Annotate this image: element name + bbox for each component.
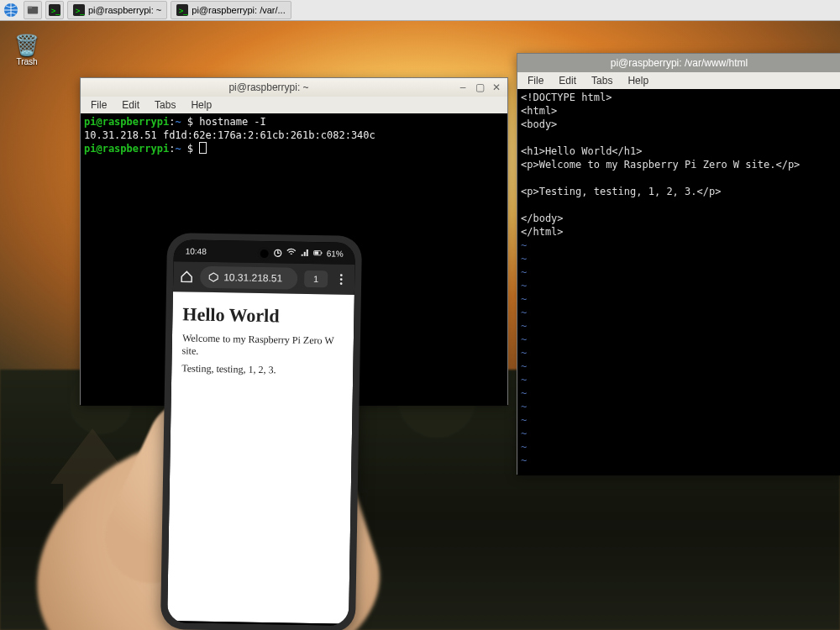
overflow-menu-icon[interactable]	[334, 272, 348, 286]
svg-text:>_: >_	[179, 6, 188, 15]
editor-line: <p>Welcome to my Raspberry Pi Zero W sit…	[521, 159, 800, 171]
home-icon[interactable]	[180, 270, 193, 283]
editor-menubar: File Edit Tabs Help	[517, 72, 840, 89]
address-bar[interactable]: 10.31.218.51	[200, 266, 297, 290]
desktop-trash-label: Trash	[7, 57, 47, 66]
address-bar-url: 10.31.218.51	[223, 271, 282, 284]
desktop-trash-icon[interactable]: 🗑️ Trash	[7, 34, 47, 66]
editor-line: <h1>Hello World</h1>	[521, 145, 643, 157]
page-paragraph-2: Testing, testing, 1, 2, 3.	[181, 362, 343, 377]
file-manager-launcher[interactable]	[24, 1, 42, 19]
svg-point-15	[340, 282, 343, 285]
taskbar: >_ >_ pi@raspberrypi: ~ >_ pi@raspberryp…	[0, 0, 840, 21]
taskbar-window-2-label: pi@raspberrypi: /var/...	[192, 5, 285, 15]
minimize-button[interactable]: –	[457, 81, 469, 93]
maximize-button[interactable]: ▢	[474, 81, 486, 93]
editor-line: <!DOCTYPE html>	[521, 92, 612, 103]
browser-page[interactable]: Hello World Welcome to my Raspberry Pi Z…	[167, 291, 354, 624]
alarm-icon	[273, 247, 283, 257]
terminal-output: 10.31.218.51 fd1d:62e:176a:2:61cb:261b:c…	[84, 129, 375, 141]
editor-title: pi@raspberrypi: /var/www/html	[611, 57, 748, 69]
signal-icon	[300, 248, 310, 258]
wifi-icon	[286, 247, 297, 257]
tab-count-button[interactable]: 1	[304, 270, 328, 287]
phone-clock: 10:48	[186, 246, 207, 255]
taskbar-window-2[interactable]: >_ pi@raspberrypi: /var/...	[171, 1, 291, 19]
svg-rect-12	[314, 251, 318, 255]
menu-tabs[interactable]: Tabs	[148, 98, 182, 112]
menu-edit[interactable]: Edit	[115, 98, 146, 112]
menu-file[interactable]: File	[521, 74, 550, 87]
menu-help[interactable]: Help	[184, 98, 218, 112]
menu-tabs[interactable]: Tabs	[585, 74, 619, 87]
battery-icon	[313, 248, 323, 258]
page-heading: Hello World	[182, 303, 344, 328]
menu-help[interactable]: Help	[621, 74, 655, 87]
editor-body[interactable]: <!DOCTYPE html> <html> <body> <h1>Hello …	[517, 89, 840, 475]
terminal-cursor	[199, 142, 207, 154]
site-info-icon[interactable]	[208, 272, 218, 282]
svg-rect-2	[28, 7, 32, 9]
editor-titlebar[interactable]: pi@raspberrypi: /var/www/html	[517, 54, 840, 72]
terminal-command: hostname -I	[199, 116, 265, 128]
phone-device: 10:48 61% 10.31.218.51 1 He	[160, 233, 362, 630]
svg-rect-11	[321, 252, 322, 254]
menu-file[interactable]: File	[84, 98, 113, 112]
svg-text:>_: >_	[51, 6, 60, 15]
editor-line: <body>	[521, 118, 557, 130]
svg-point-13	[340, 274, 343, 276]
svg-point-14	[340, 278, 343, 281]
editor-line: </html>	[521, 226, 564, 238]
editor-tilde: ~ ~ ~ ~ ~ ~ ~ ~ ~ ~ ~ ~ ~ ~ ~ ~ ~	[521, 239, 527, 466]
terminal-left-menubar: File Edit Tabs Help	[81, 97, 507, 113]
trash-icon: 🗑️	[7, 34, 47, 57]
desktop-wallpaper: >_ >_ pi@raspberrypi: ~ >_ pi@raspberryp…	[0, 0, 840, 630]
editor-window[interactable]: pi@raspberrypi: /var/www/html File Edit …	[517, 53, 840, 475]
editor-line: <html>	[521, 105, 557, 117]
terminal-left-titlebar[interactable]: pi@raspberrypi: ~ – ▢ ✕	[81, 78, 507, 97]
phone-battery-pct: 61%	[327, 249, 344, 258]
page-paragraph-1: Welcome to my Raspberry Pi Zero W site.	[182, 332, 344, 360]
editor-line: </body>	[521, 213, 564, 224]
svg-text:>_: >_	[76, 6, 85, 15]
start-menu-icon[interactable]	[3, 3, 18, 18]
taskbar-window-1-label: pi@raspberrypi: ~	[88, 5, 161, 15]
menu-edit[interactable]: Edit	[552, 74, 583, 87]
browser-toolbar: 10.31.218.51 1	[173, 261, 355, 295]
editor-line: <p>Testing, testing, 1, 2, 3.</p>	[521, 186, 721, 197]
terminal-launcher[interactable]: >_	[45, 1, 64, 19]
taskbar-window-1[interactable]: >_ pi@raspberrypi: ~	[67, 1, 167, 19]
close-button[interactable]: ✕	[491, 81, 502, 93]
phone-camera-punchhole	[260, 249, 269, 258]
terminal-left-title: pi@raspberrypi: ~	[228, 81, 308, 93]
